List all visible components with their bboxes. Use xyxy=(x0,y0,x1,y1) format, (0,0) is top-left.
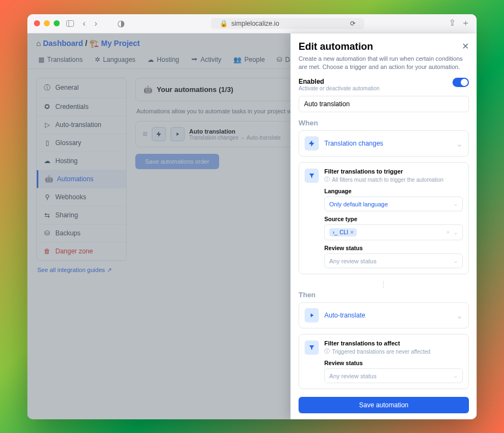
breadcrumb-home[interactable]: Dashboard xyxy=(43,39,83,48)
language-label: Language xyxy=(324,188,463,194)
settings-sidebar-wrap: ⓘGeneral ✪Credentials ▷Auto-translation … xyxy=(36,78,127,274)
sidebar-item-general[interactable]: ⓘGeneral xyxy=(37,78,126,98)
data-icon: ⛁ xyxy=(277,56,282,63)
action-card: Auto-translate ⌄ xyxy=(299,302,469,328)
chevron-down-icon: ⌄ xyxy=(456,310,463,321)
filter-affect-hint: ⓘTriggered translations are never affect… xyxy=(324,348,431,355)
tab-hosting[interactable]: ☁Hosting xyxy=(142,51,185,68)
chevron-down-icon: ⌄ xyxy=(453,229,458,236)
delete-automation-button[interactable]: Delete automation xyxy=(299,417,469,419)
info-icon: ⓘ xyxy=(324,348,330,355)
new-tab-icon[interactable]: ＋ xyxy=(461,18,470,29)
chevron-down-icon: ⌄ xyxy=(453,257,458,264)
address-bar[interactable]: 🔒 simplelocalize.io ⟳ xyxy=(211,18,364,29)
action-name: Auto-translate xyxy=(324,311,365,319)
tab-people[interactable]: 👥People xyxy=(228,51,270,68)
cli-chip[interactable]: ›_CLI× xyxy=(329,228,357,236)
filter-icon xyxy=(305,340,319,355)
save-automation-button[interactable]: Save automation xyxy=(299,397,469,413)
sidebar-item-glossary[interactable]: ▯Glossary xyxy=(37,134,126,152)
drag-handle-icon[interactable]: ≡ xyxy=(142,129,147,139)
trigger-row[interactable]: Translation changes ⌄ xyxy=(305,136,463,151)
filter-affect-card: Filter translations to affect ⓘTriggered… xyxy=(299,334,469,389)
review-status-label-2: Review status xyxy=(324,360,463,366)
filter-trigger-title: Filter translations to trigger xyxy=(324,168,443,175)
sidebar-item-hosting[interactable]: ☁Hosting xyxy=(37,152,126,170)
enabled-toggle[interactable] xyxy=(453,78,469,87)
clear-icon[interactable]: × xyxy=(446,229,450,236)
sidebar-toggle-icon[interactable] xyxy=(64,19,76,28)
trigger-card: Translation changes ⌄ xyxy=(299,130,469,157)
info-icon: ⓘ xyxy=(324,176,330,183)
action-badge xyxy=(170,127,185,141)
titlebar: ‹ › ◑ 🔒 simplelocalize.io ⟳ ⇪ ＋ xyxy=(27,14,477,33)
trigger-badge xyxy=(152,127,166,141)
enabled-row: Enabled Activate or deactivate automatio… xyxy=(299,78,469,91)
automation-title: Auto translation xyxy=(189,128,280,135)
integration-guides-link[interactable]: See all integration guides ↗ xyxy=(36,261,127,274)
terminal-icon: ›_ xyxy=(333,229,337,235)
play-icon: ▷ xyxy=(43,121,51,129)
tab-translations[interactable]: ▦Translations xyxy=(33,51,88,68)
source-type-label: Source type xyxy=(324,216,463,222)
then-label: Then xyxy=(299,291,469,299)
automation-subtitle: Translation changes → Auto-translate xyxy=(189,135,280,141)
project-icon: 🏗️ xyxy=(89,39,99,48)
language-select[interactable]: Only default language⌄ xyxy=(324,197,463,211)
when-label: When xyxy=(299,119,469,127)
info-icon: ⓘ xyxy=(43,83,51,93)
reload-icon[interactable]: ⟳ xyxy=(350,20,356,27)
home-icon: ⌂ xyxy=(36,39,41,48)
automation-info: Auto translation Translation changes → A… xyxy=(189,128,280,141)
review-status-select-2[interactable]: Any review status⌄ xyxy=(324,368,463,383)
close-icon[interactable]: ✕ xyxy=(462,41,469,51)
close-window-icon[interactable] xyxy=(34,20,40,26)
sidebar-item-credentials[interactable]: ✪Credentials xyxy=(37,98,126,116)
database-icon: ⛁ xyxy=(43,229,51,237)
sidebar-item-sharing[interactable]: ⇆Sharing xyxy=(37,206,126,224)
filter-icon xyxy=(305,169,319,183)
enabled-label: Enabled xyxy=(299,78,380,85)
review-status-select[interactable]: Any review status⌄ xyxy=(324,253,463,268)
edit-automation-drawer: Edit automation ✕ Create a new automatio… xyxy=(290,33,477,419)
back-icon[interactable]: ‹ xyxy=(81,18,88,30)
people-icon: 👥 xyxy=(233,56,242,63)
minimize-window-icon[interactable] xyxy=(44,20,50,26)
robot-icon: 🤖 xyxy=(144,85,152,94)
automation-name-input[interactable] xyxy=(299,96,469,112)
trigger-name: Translation changes xyxy=(324,140,383,147)
traffic-lights xyxy=(34,20,60,26)
book-icon: ▯ xyxy=(43,139,51,147)
sidebar-item-backups[interactable]: ⛁Backups xyxy=(37,224,126,243)
cloud-icon: ☁ xyxy=(43,157,51,165)
trash-icon: 🗑 xyxy=(43,247,51,255)
sidebar-item-automations[interactable]: 🤖Automations xyxy=(37,170,126,188)
remove-chip-icon[interactable]: × xyxy=(350,229,353,235)
svg-rect-0 xyxy=(67,20,74,26)
browser-window: ‹ › ◑ 🔒 simplelocalize.io ⟳ ⇪ ＋ ⌂ Dashbo… xyxy=(27,14,477,419)
source-type-select[interactable]: ›_CLI× ×⌄ xyxy=(324,224,463,240)
sidebar-item-autotranslation[interactable]: ▷Auto-translation xyxy=(37,116,126,134)
translations-icon: ▦ xyxy=(38,56,44,63)
sidebar-item-danger[interactable]: 🗑Danger zone xyxy=(37,243,126,261)
share-icon[interactable]: ⇪ xyxy=(449,18,456,29)
sidebar-item-webhooks[interactable]: ⚲Webhooks xyxy=(37,188,126,206)
save-order-button[interactable]: Save automations order xyxy=(135,154,219,169)
play-icon xyxy=(305,308,319,322)
filter-trigger-card: Filter translations to trigger ⓘAll filt… xyxy=(299,162,469,274)
webhook-icon: ⚲ xyxy=(43,193,51,201)
action-row[interactable]: Auto-translate ⌄ xyxy=(305,308,463,322)
enabled-sublabel: Activate or deactivate automation xyxy=(299,85,380,91)
share-icon: ⇆ xyxy=(43,211,51,219)
maximize-window-icon[interactable] xyxy=(54,20,60,26)
settings-sidebar: ⓘGeneral ✪Credentials ▷Auto-translation … xyxy=(36,78,127,261)
shield-icon[interactable]: ◑ xyxy=(115,17,127,30)
tab-languages[interactable]: ✲Languages xyxy=(89,51,141,68)
lock-icon: 🔒 xyxy=(220,20,228,27)
tab-activity[interactable]: ⮕Activity xyxy=(186,51,227,68)
breadcrumb-project[interactable]: My Project xyxy=(101,39,140,48)
url-text: simplelocalize.io xyxy=(231,20,279,27)
key-icon: ✪ xyxy=(43,103,51,111)
forward-icon[interactable]: › xyxy=(92,18,99,30)
drawer-title: Edit automation xyxy=(299,41,469,53)
